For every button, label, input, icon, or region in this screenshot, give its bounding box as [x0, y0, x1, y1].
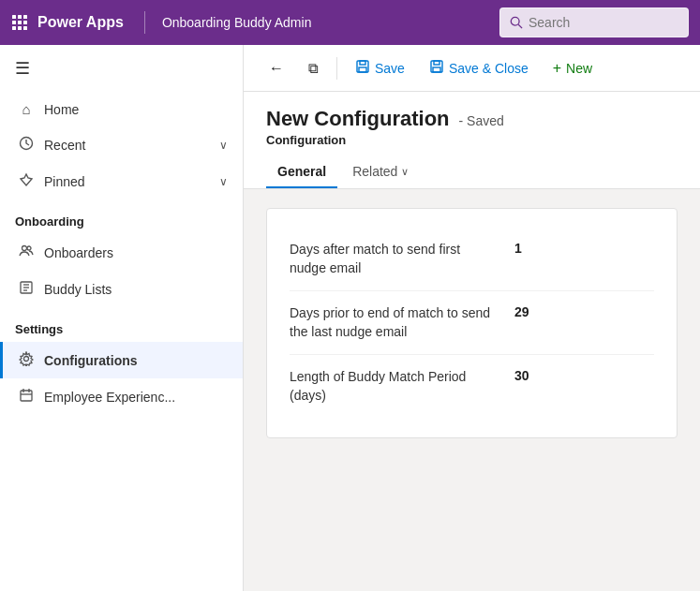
new-label: New	[566, 61, 592, 76]
form-card: Days after match to send first nudge ema…	[266, 208, 678, 438]
tab-related[interactable]: Related ∨	[341, 156, 420, 188]
tabs-bar: General Related ∨	[244, 147, 700, 189]
sidebar-item-home[interactable]: ⌂ Home	[0, 92, 243, 126]
toolbar: ← ⧉ Save	[244, 45, 700, 92]
toolbar-divider	[336, 57, 337, 80]
open-icon: ⧉	[308, 60, 319, 77]
svg-point-13	[27, 246, 31, 250]
tab-related-label: Related	[352, 164, 397, 179]
form-field-nudge-days: Days after match to send first nudge ema…	[290, 228, 654, 291]
svg-point-12	[22, 246, 27, 251]
sidebar-section-onboarding: Onboarding	[0, 199, 243, 234]
sidebar-item-label: Buddy Lists	[44, 282, 228, 297]
form-area: Days after match to send first nudge ema…	[244, 189, 700, 591]
svg-point-9	[511, 17, 519, 25]
save-button[interactable]: Save	[345, 53, 415, 82]
svg-rect-25	[359, 67, 366, 72]
field-label-nudge-days: Days after match to send first nudge ema…	[290, 241, 496, 277]
pin-icon	[18, 172, 35, 190]
svg-rect-7	[18, 26, 22, 30]
topbar-divider	[144, 11, 145, 34]
sidebar-item-label: Configurations	[44, 353, 228, 368]
sidebar-item-onboarders[interactable]: Onboarders	[0, 234, 243, 271]
content-area: ← ⧉ Save	[244, 45, 700, 591]
calendar-icon	[18, 388, 35, 406]
topbar: Power Apps Onboarding Buddy Admin	[0, 0, 700, 45]
sidebar-item-label: Recent	[44, 138, 210, 153]
sidebar-item-recent[interactable]: Recent ∨	[0, 126, 243, 163]
context-name: Onboarding Buddy Admin	[162, 15, 312, 30]
field-value-end-match-days: 29	[496, 304, 552, 319]
clock-icon	[18, 136, 35, 154]
save-label: Save	[375, 61, 405, 76]
chevron-down-icon: ∨	[219, 175, 228, 188]
sidebar: ☰ ⌂ Home Recent ∨ Pinned ∨	[0, 45, 244, 591]
save-close-icon	[429, 59, 444, 77]
svg-rect-1	[18, 15, 22, 19]
open-record-button[interactable]: ⧉	[298, 54, 329, 82]
form-field-match-period: Length of Buddy Match Period (days) 30	[290, 355, 654, 418]
app-logo: Power Apps	[37, 14, 124, 31]
onboarders-icon	[18, 244, 35, 261]
search-icon	[510, 16, 523, 29]
svg-rect-24	[360, 61, 365, 65]
chevron-down-icon: ∨	[401, 166, 409, 178]
svg-rect-19	[21, 391, 32, 401]
form-field-end-match-days: Days prior to end of match to send the l…	[290, 291, 654, 355]
svg-rect-8	[23, 26, 27, 30]
sidebar-item-buddy-lists[interactable]: Buddy Lists	[0, 271, 243, 307]
gear-icon	[18, 351, 35, 369]
field-label-match-period: Length of Buddy Match Period (days)	[290, 368, 496, 405]
save-close-button[interactable]: Save & Close	[419, 53, 539, 82]
chevron-down-icon: ∨	[219, 139, 228, 152]
main-layout: ☰ ⌂ Home Recent ∨ Pinned ∨	[0, 45, 700, 591]
svg-rect-3	[12, 21, 16, 24]
sidebar-item-label: Employee Experienc...	[44, 390, 228, 405]
field-label-end-match-days: Days prior to end of match to send the l…	[290, 304, 496, 341]
svg-rect-28	[433, 67, 440, 72]
tab-general[interactable]: General	[266, 156, 337, 188]
svg-rect-4	[18, 21, 22, 24]
search-box[interactable]	[499, 7, 689, 37]
search-input[interactable]	[529, 15, 678, 30]
svg-line-10	[518, 24, 522, 28]
back-icon: ←	[269, 60, 284, 77]
sidebar-section-settings: Settings	[0, 307, 243, 342]
plus-icon: +	[553, 60, 561, 77]
grid-icon[interactable]	[11, 14, 28, 31]
home-icon: ⌂	[18, 101, 35, 117]
svg-rect-2	[23, 15, 27, 19]
new-button[interactable]: + New	[543, 54, 603, 82]
save-icon	[355, 59, 370, 77]
sidebar-item-configurations[interactable]: Configurations	[0, 342, 243, 378]
page-status: - Saved	[459, 113, 504, 128]
page-title-row: New Configuration - Saved	[266, 107, 678, 131]
hamburger-button[interactable]: ☰	[0, 45, 243, 92]
sidebar-item-pinned[interactable]: Pinned ∨	[0, 163, 243, 199]
svg-rect-6	[12, 26, 16, 30]
save-close-label: Save & Close	[449, 61, 529, 76]
sidebar-item-label: Onboarders	[44, 245, 228, 260]
list-icon	[18, 280, 35, 298]
page-subtitle: Configuration	[266, 133, 678, 147]
sidebar-item-label: Home	[44, 102, 228, 117]
sidebar-item-label: Pinned	[44, 174, 210, 189]
svg-rect-27	[434, 61, 439, 65]
field-value-match-period: 30	[496, 368, 552, 383]
back-button[interactable]: ←	[259, 54, 294, 82]
svg-point-18	[24, 357, 29, 362]
field-value-nudge-days: 1	[496, 241, 552, 256]
svg-rect-5	[23, 21, 27, 24]
page-title: New Configuration	[266, 107, 450, 131]
sidebar-item-employee-experience[interactable]: Employee Experienc...	[0, 378, 243, 415]
tab-general-label: General	[277, 164, 326, 179]
page-header: New Configuration - Saved Configuration	[244, 92, 700, 147]
svg-rect-0	[12, 15, 16, 19]
